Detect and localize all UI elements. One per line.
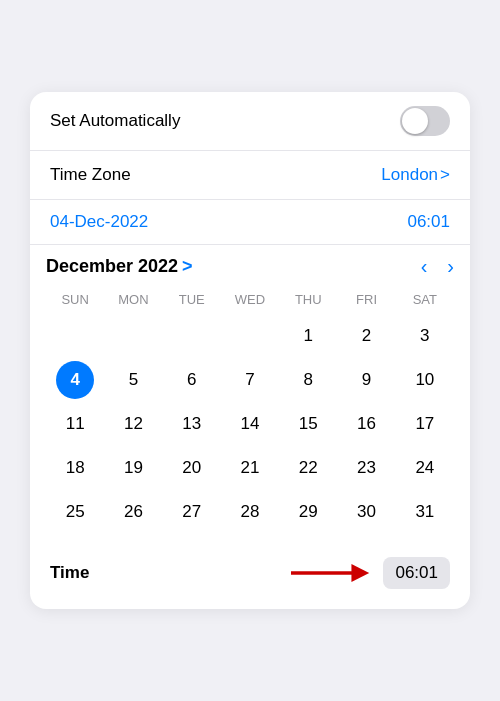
month-nav: December 2022 > ‹ › bbox=[46, 255, 454, 278]
settings-card: Set Automatically Time Zone London > 04-… bbox=[30, 92, 470, 609]
calendar-day-22[interactable]: 22 bbox=[289, 449, 327, 487]
svg-marker-1 bbox=[352, 564, 370, 582]
timezone-value[interactable]: London > bbox=[381, 165, 450, 185]
set-automatically-label: Set Automatically bbox=[50, 111, 180, 131]
day-header-tue: TUE bbox=[163, 288, 221, 311]
calendar-day-20[interactable]: 20 bbox=[173, 449, 211, 487]
calendar-day-28[interactable]: 28 bbox=[231, 493, 269, 531]
calendar-section: December 2022 > ‹ › SUN MON TUE WED THU … bbox=[30, 245, 470, 537]
calendar-day-11[interactable]: 11 bbox=[56, 405, 94, 443]
calendar-cell-empty bbox=[173, 317, 211, 355]
calendar-day-19[interactable]: 19 bbox=[114, 449, 152, 487]
day-header-mon: MON bbox=[104, 288, 162, 311]
day-headers: SUN MON TUE WED THU FRI SAT bbox=[46, 288, 454, 311]
calendar-day-5[interactable]: 5 bbox=[114, 361, 152, 399]
set-automatically-row: Set Automatically bbox=[30, 92, 470, 151]
calendar-day-29[interactable]: 29 bbox=[289, 493, 327, 531]
next-month-button[interactable]: › bbox=[447, 255, 454, 278]
calendar-day-3[interactable]: 3 bbox=[406, 317, 444, 355]
calendar-day-25[interactable]: 25 bbox=[56, 493, 94, 531]
calendar-day-1[interactable]: 1 bbox=[289, 317, 327, 355]
calendar-day-7[interactable]: 7 bbox=[231, 361, 269, 399]
month-chevron-icon: > bbox=[182, 256, 193, 277]
timezone-chevron-icon: > bbox=[440, 165, 450, 185]
calendar-day-14[interactable]: 14 bbox=[231, 405, 269, 443]
calendar-day-16[interactable]: 16 bbox=[348, 405, 386, 443]
day-header-sun: SUN bbox=[46, 288, 104, 311]
calendar-day-24[interactable]: 24 bbox=[406, 449, 444, 487]
calendar-cell-empty bbox=[114, 317, 152, 355]
time-row: Time 06:01 bbox=[30, 541, 470, 609]
calendar-day-10[interactable]: 10 bbox=[406, 361, 444, 399]
date-time-display-row: 04-Dec-2022 06:01 bbox=[30, 200, 470, 245]
calendar-day-8[interactable]: 8 bbox=[289, 361, 327, 399]
calendar-cell-empty bbox=[231, 317, 269, 355]
day-header-wed: WED bbox=[221, 288, 279, 311]
calendar-day-26[interactable]: 26 bbox=[114, 493, 152, 531]
calendar-days: 1 2 3 4 5 6 7 8 9 10 11 12 13 14 15 16 1… bbox=[46, 315, 454, 533]
calendar-day-27[interactable]: 27 bbox=[173, 493, 211, 531]
calendar-day-31[interactable]: 31 bbox=[406, 493, 444, 531]
calendar-day-9[interactable]: 9 bbox=[348, 361, 386, 399]
month-title: December 2022 > bbox=[46, 256, 193, 277]
nav-buttons: ‹ › bbox=[421, 255, 454, 278]
time-display: 06:01 bbox=[407, 212, 450, 232]
calendar-day-2[interactable]: 2 bbox=[348, 317, 386, 355]
calendar-day-21[interactable]: 21 bbox=[231, 449, 269, 487]
calendar-day-13[interactable]: 13 bbox=[173, 405, 211, 443]
time-arrow-container: 06:01 bbox=[89, 557, 450, 589]
date-display: 04-Dec-2022 bbox=[50, 212, 148, 232]
time-label: Time bbox=[50, 563, 89, 583]
calendar-day-23[interactable]: 23 bbox=[348, 449, 386, 487]
day-header-fri: FRI bbox=[337, 288, 395, 311]
calendar-grid: SUN MON TUE WED THU FRI SAT 1 2 3 4 bbox=[46, 288, 454, 533]
calendar-day-17[interactable]: 17 bbox=[406, 405, 444, 443]
prev-month-button[interactable]: ‹ bbox=[421, 255, 428, 278]
day-header-sat: SAT bbox=[396, 288, 454, 311]
timezone-row[interactable]: Time Zone London > bbox=[30, 151, 470, 200]
calendar-day-12[interactable]: 12 bbox=[114, 405, 152, 443]
calendar-day-15[interactable]: 15 bbox=[289, 405, 327, 443]
timezone-label: Time Zone bbox=[50, 165, 131, 185]
arrow-right-icon bbox=[291, 557, 371, 589]
calendar-day-30[interactable]: 30 bbox=[348, 493, 386, 531]
set-automatically-toggle[interactable] bbox=[400, 106, 450, 136]
calendar-day-18[interactable]: 18 bbox=[56, 449, 94, 487]
toggle-thumb bbox=[402, 108, 428, 134]
calendar-day-6[interactable]: 6 bbox=[173, 361, 211, 399]
day-header-thu: THU bbox=[279, 288, 337, 311]
calendar-cell-empty bbox=[56, 317, 94, 355]
time-badge[interactable]: 06:01 bbox=[383, 557, 450, 589]
calendar-day-4[interactable]: 4 bbox=[56, 361, 94, 399]
